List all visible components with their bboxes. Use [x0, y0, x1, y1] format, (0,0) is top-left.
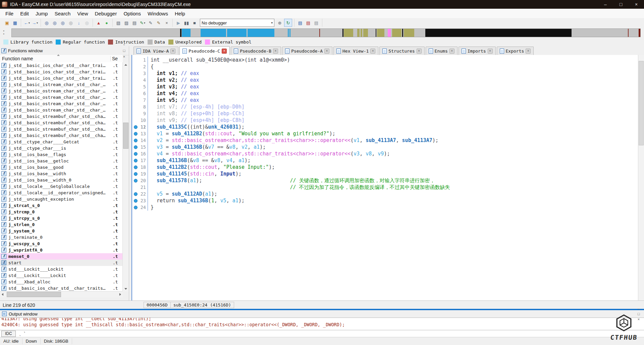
functions-horizontal-scrollbar[interactable]	[0, 291, 123, 297]
tab-close-icon[interactable]: ×	[417, 49, 422, 54]
functions-vertical-scrollbar[interactable]	[122, 62, 129, 291]
output-window-titlebar[interactable]: Output window –□×	[0, 310, 644, 318]
code-line[interactable]: 18 sub_4112B2(std::cout, "Please Input:"…	[132, 164, 638, 170]
vertical-scroll-thumb[interactable]	[123, 123, 128, 149]
function-row[interactable]: fj_std__ios_base__width_0.t	[0, 177, 123, 183]
debugger-stop-button[interactable]: ■	[191, 19, 198, 26]
function-row[interactable]: fstd___Lockit___Lockit.t	[0, 266, 123, 272]
back-button[interactable]: ←▾	[23, 19, 31, 26]
breakpoint-icon[interactable]	[134, 199, 138, 203]
edit-button[interactable]: ✎	[155, 19, 162, 26]
tab-close-icon[interactable]: ×	[370, 49, 375, 54]
function-row[interactable]: fj_std__ios_base__getloc.t	[0, 158, 123, 164]
navigation-band[interactable]: ▼	[11, 28, 641, 37]
window-maximize-button[interactable]: □	[613, 0, 629, 9]
jump-next-button[interactable]: ↓	[75, 19, 83, 26]
breakpoint-icon[interactable]	[134, 132, 138, 136]
breakpoint-icon[interactable]	[134, 139, 138, 142]
function-row[interactable]: fj_std__basic_streambuf_char_std__cha….t	[0, 120, 123, 126]
function-row[interactable]: fj_std__ctype_char___is.t	[0, 145, 123, 151]
functions-window-titlebar[interactable]: f Functions window ▫□×	[0, 46, 129, 55]
function-row[interactable]: fj_strcmp_0.t	[0, 209, 123, 215]
tab-close-icon[interactable]: ×	[449, 49, 454, 54]
create-data-button[interactable]: ▨	[123, 19, 130, 26]
breakpoint-icon[interactable]	[134, 206, 138, 209]
menu-help[interactable]: Help	[171, 9, 189, 18]
menu-windows[interactable]: Windows	[144, 9, 171, 18]
function-row[interactable]: fj_std__basic_ios_char_std__char_trai….t	[0, 69, 123, 75]
code-line[interactable]: 10 int v9; // [esp+4h] [ebp-C8h]	[132, 117, 638, 124]
function-row[interactable]: fj_std__ios_base__flags.t	[0, 151, 123, 158]
forward-button[interactable]: →▾	[31, 19, 39, 26]
code-line[interactable]: 13 v1 = sub_4112B2(std::cout, "Would you…	[132, 130, 638, 137]
code-line[interactable]: 22 v5 = sub_4112AD(a1);	[132, 191, 638, 197]
breakpoint-icon[interactable]	[134, 152, 138, 156]
code-line[interactable]: 4 int v2; // eax	[132, 77, 638, 83]
tab-close-icon[interactable]: ×	[526, 49, 531, 54]
code-line[interactable]: 20 sub_411578(a1); // 关键函数，通过循环调用加密函数，对输…	[132, 177, 638, 184]
tab-pseudocode-b[interactable]: Pseudocode-B×	[231, 47, 281, 55]
menu-edit[interactable]: Edit	[17, 9, 32, 18]
functions-column-header[interactable]: Function name Se	[0, 55, 123, 63]
code-line[interactable]: 19 sub_411145(std::cin, Input);	[132, 170, 638, 177]
code-line[interactable]: 21 // 不过因为加了花指令，该函数能反编译，不过其中关键加密函数缺失	[132, 184, 638, 191]
create-function-button[interactable]: ▧	[115, 19, 122, 26]
tab-exports[interactable]: Exports×	[497, 47, 534, 55]
menu-jump[interactable]: Jump	[32, 9, 51, 18]
column-function-name[interactable]: Function name	[0, 56, 110, 61]
code-line[interactable]: 6 int v4; // eax	[132, 90, 638, 97]
watch-list-button[interactable]: ▤	[313, 19, 320, 26]
column-segment[interactable]: Se	[110, 56, 123, 61]
horizontal-scroll-thumb[interactable]	[7, 292, 61, 297]
function-row[interactable]: fj_std__uncaught_exception.t	[0, 196, 123, 202]
tab-enums[interactable]: Enums×	[426, 47, 458, 55]
idc-language-selector[interactable]: IDC	[1, 331, 16, 337]
function-row[interactable]: fj_std__basic_streambuf_char_std__cha….t	[0, 126, 123, 132]
breakpoint-icon[interactable]	[134, 172, 138, 176]
menu-view[interactable]: View	[74, 9, 91, 18]
code-line[interactable]: 14 v2 = std::basic_ostream<char,std::cha…	[132, 137, 638, 144]
function-row[interactable]: fstd___Xbad_alloc.t	[0, 279, 123, 285]
scroll-right-icon[interactable]	[117, 291, 123, 297]
function-row[interactable]: fj_system_0.t	[0, 228, 123, 234]
code-line[interactable]: 16 v4 = std::basic_ostream<char,std::cha…	[132, 150, 638, 157]
function-row[interactable]: fj_std__basic_ostream_char_std__char_….t	[0, 88, 123, 94]
tab-structures[interactable]: Structures×	[379, 47, 424, 55]
function-row[interactable]: fj_std__locale__id__operator_unsigned….t	[0, 190, 123, 196]
code-line[interactable]: 2{	[132, 63, 638, 70]
tab-ida-view-a[interactable]: IDA View-A×	[133, 47, 178, 55]
function-row[interactable]: fj_std__basic_istream_char_std__char_….t	[0, 81, 123, 88]
function-row[interactable]: fj_wcscpy_s_0.t	[0, 240, 123, 247]
window-minimize-button[interactable]: –	[598, 0, 613, 9]
code-line[interactable]: 9 int v8; // [esp+0h] [ebp-CCh]	[132, 110, 638, 117]
open-file-button[interactable]: ▣	[3, 19, 11, 26]
function-row[interactable]: fj_std__basic_ostream_char_std__char_….t	[0, 100, 123, 107]
band-scroll-arrows[interactable]: ▸▸	[3, 29, 8, 36]
debugger-pause-button[interactable]: ▮▮	[183, 19, 190, 26]
breakpoint-icon[interactable]	[134, 192, 138, 196]
debugger-combo[interactable]: No debugger▾	[200, 19, 274, 27]
search-text-button[interactable]: ◎	[51, 19, 58, 26]
command-input[interactable]: 、`	[16, 330, 644, 337]
search-binary-button[interactable]: ◎	[43, 19, 50, 26]
function-row[interactable]: fmemset_0.t	[0, 253, 123, 260]
save-button[interactable]: ▦	[11, 19, 19, 26]
function-row[interactable]: fj_std__ctype_char____Getcat.t	[0, 139, 123, 145]
continue-process-button[interactable]: ↻	[284, 19, 292, 27]
tab-close-icon[interactable]: ×	[170, 49, 175, 54]
patch-button[interactable]: ✎	[147, 19, 154, 26]
menu-file[interactable]: File	[2, 9, 17, 18]
tab-close-icon[interactable]: ×	[488, 49, 493, 54]
function-row[interactable]: fj_std__basic_streambuf_char_std__cha….t	[0, 132, 123, 139]
menu-debugger[interactable]: Debugger	[92, 9, 120, 18]
output-minimize-button[interactable]: –	[635, 306, 642, 311]
code-line[interactable]: 7 int v5; // eax	[132, 97, 638, 104]
attach-process-button[interactable]: ⊕	[276, 19, 283, 26]
function-row[interactable]: fstd__basic_ios_char_std__char_traits….t	[0, 285, 123, 291]
function-row[interactable]: fj_std__locale___Getgloballocale.t	[0, 183, 123, 190]
search-generic-button[interactable]: ◎	[67, 19, 74, 26]
function-row[interactable]: fstart.t	[0, 260, 123, 266]
debugger-run-button[interactable]: ▶	[175, 19, 182, 26]
function-row[interactable]: fj_std__basic_ios_char_std__char_trai….t	[0, 75, 123, 81]
breakpoint-icon[interactable]	[134, 179, 138, 183]
